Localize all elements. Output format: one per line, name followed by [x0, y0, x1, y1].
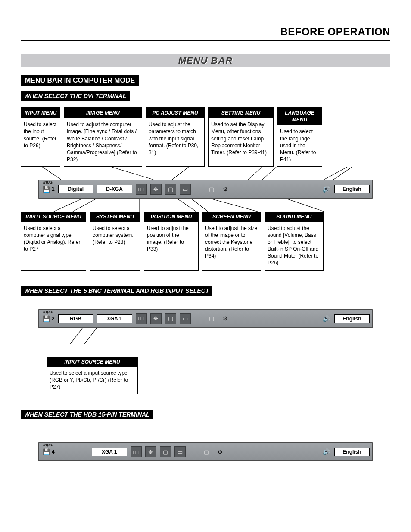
- callout-system-menu: SYSTEM MENU Used to select a computer sy…: [90, 212, 140, 270]
- connector-lines-top: [21, 167, 390, 180]
- callout-language-menu: LANGUAGE MENU Used to select the languag…: [277, 107, 322, 167]
- pc-adjust-icon[interactable]: ▢: [165, 313, 176, 324]
- subsection-bnc: WHEN SELECT THE 5 BNC TERMINAL AND RGB I…: [21, 286, 212, 296]
- callout-title: INPUT SOURCE MENU: [21, 212, 86, 222]
- callout-input-source-menu: INPUT SOURCE MENU Used to select a compu…: [21, 212, 86, 270]
- image-adjust-icon[interactable]: ⎍⎍: [136, 184, 147, 195]
- callout-title: SCREEN MENU: [202, 212, 261, 222]
- main-title-strip: MENU BAR: [21, 54, 390, 67]
- image-adjust-icon[interactable]: ⎍⎍: [136, 313, 147, 324]
- svg-line-10: [177, 199, 196, 212]
- menu-bar-dvi: Input 💾 1 Digital D-XGA ⎍⎍ ✥ ▢ ▭ ▢ ⚙ 🔊 E…: [38, 180, 373, 199]
- top-callouts-row: INPUT MENU Used to select the Input sour…: [21, 107, 390, 167]
- svg-line-8: [73, 199, 97, 212]
- callout-title: IMAGE MENU: [64, 107, 142, 118]
- callout-title: PC ADJUST MENU: [146, 107, 204, 118]
- system-button[interactable]: XGA 1: [97, 314, 132, 323]
- callout-input-source-menu-bnc: INPUT SOURCE MENU Used to select a input…: [47, 357, 138, 395]
- position-icon[interactable]: ✥: [145, 446, 156, 457]
- svg-line-3: [248, 167, 262, 180]
- sound-icon[interactable]: 🔊: [321, 184, 331, 194]
- callout-title: SYSTEM MENU: [90, 212, 140, 222]
- callout-body: Used to select the Input source. (Refer …: [21, 118, 60, 166]
- manual-page: BEFORE OPERATION MENU BAR MENU BAR IN CO…: [0, 0, 411, 487]
- language-button[interactable]: English: [334, 448, 370, 456]
- callout-body: Used to adjust the sound [Volume, Bass o…: [265, 222, 323, 270]
- screen-icon[interactable]: ▭: [174, 446, 186, 457]
- callout-screen-menu: SCREEN MENU Used to adjust the size of t…: [202, 212, 261, 270]
- svg-line-6: [333, 167, 352, 180]
- connector-lines-bottom: [21, 199, 390, 212]
- setting-page-icon[interactable]: ▢: [206, 184, 217, 194]
- callout-body: Used to select a computer system. (Refer…: [90, 222, 140, 270]
- callout-image-menu: IMAGE MENU Used to adjust the computer i…: [64, 107, 142, 167]
- setting-gear-icon[interactable]: ⚙: [215, 447, 225, 457]
- menubar-input-label: Input: [43, 309, 53, 314]
- callout-sound-menu: SOUND MENU Used to adjust the sound [Vol…: [265, 212, 324, 270]
- svg-line-0: [42, 167, 61, 180]
- callout-body: Used to adjust the parameters to match w…: [146, 118, 204, 166]
- pc-adjust-icon[interactable]: ▢: [160, 446, 171, 457]
- callout-input-menu: INPUT MENU Used to select the Input sour…: [21, 107, 60, 167]
- computer-icon: 💾: [41, 184, 51, 194]
- callout-title: INPUT SOURCE MENU: [47, 357, 137, 367]
- setting-gear-icon[interactable]: ⚙: [220, 184, 230, 194]
- setting-gear-icon[interactable]: ⚙: [220, 314, 230, 324]
- menu-bar-bnc: Input 💾 2 RGB XGA 1 ⎍⎍ ✥ ▢ ▭ ▢ ⚙ 🔊 Engli…: [38, 309, 373, 328]
- callout-title: POSITION MENU: [144, 212, 198, 222]
- sound-icon[interactable]: 🔊: [321, 447, 331, 457]
- image-adjust-icon[interactable]: ⎍⎍: [131, 446, 142, 457]
- callout-title: LANGUAGE MENU: [277, 107, 322, 125]
- callout-body: Used to select a computer signal type (D…: [21, 222, 86, 270]
- menubar-input-number: 4: [52, 449, 55, 455]
- screen-icon[interactable]: ▭: [180, 184, 191, 195]
- callout-body: Used to adjust the size of the image or …: [202, 222, 261, 270]
- menubar-input-icon-group: 💾 4: [41, 447, 55, 457]
- callout-body: Used to set the Display Menu, other func…: [209, 118, 273, 166]
- language-button[interactable]: English: [334, 314, 370, 323]
- computer-icon: 💾: [41, 314, 51, 324]
- callout-position-menu: POSITION MENU Used to adjust the positio…: [144, 212, 199, 270]
- subsection-hdb: WHEN SELECT THE HDB 15-PIN TERMINAL: [21, 410, 153, 419]
- callout-title: SETTING MENU: [209, 107, 273, 118]
- callout-body: Used to adjust the computer image. [Fine…: [64, 118, 142, 166]
- menubar-input-icon-group: 💾 2: [41, 314, 55, 324]
- system-button[interactable]: D-XGA: [97, 185, 132, 193]
- section-title: MENU BAR IN COMPUTER MODE: [21, 75, 139, 86]
- menubar-input-number: 2: [52, 316, 55, 322]
- callout-title: INPUT MENU: [21, 107, 60, 118]
- pc-adjust-icon[interactable]: ▢: [165, 184, 176, 195]
- svg-line-1: [111, 167, 153, 180]
- callout-pc-adjust-menu: PC ADJUST MENU Used to adjust the parame…: [146, 107, 205, 167]
- svg-line-15: [82, 328, 97, 344]
- callout-setting-menu: SETTING MENU Used to set the Display Men…: [208, 107, 274, 167]
- system-button[interactable]: XGA 1: [92, 448, 127, 456]
- svg-line-2: [172, 167, 189, 180]
- svg-line-11: [191, 199, 208, 212]
- connector-lines-bnc: [21, 328, 390, 344]
- page-header: BEFORE OPERATION: [21, 26, 390, 38]
- svg-line-14: [68, 328, 82, 344]
- screen-icon[interactable]: ▭: [180, 313, 191, 324]
- setting-page-icon[interactable]: ▢: [201, 447, 212, 457]
- svg-line-12: [210, 199, 258, 212]
- svg-line-4: [262, 167, 277, 180]
- position-icon[interactable]: ✥: [150, 184, 162, 195]
- input-source-button[interactable]: RGB: [58, 314, 93, 323]
- position-icon[interactable]: ✥: [150, 313, 162, 324]
- sound-icon[interactable]: 🔊: [321, 314, 331, 324]
- setting-page-icon[interactable]: ▢: [206, 314, 217, 324]
- menu-bar-hdb: Input 💾 4 XGA 1 ⎍⎍ ✥ ▢ ▭ ▢ ⚙ 🔊 English: [38, 442, 373, 461]
- language-button[interactable]: English: [334, 185, 370, 193]
- callout-body: Used to adjust the position of the image…: [144, 222, 198, 270]
- svg-line-7: [54, 199, 82, 212]
- input-source-button[interactable]: Digital: [58, 185, 93, 193]
- menubar-input-icon-group: 💾 1: [41, 184, 55, 194]
- svg-line-5: [324, 167, 348, 180]
- header-rule: [21, 40, 390, 42]
- svg-line-13: [286, 199, 324, 212]
- callout-title: SOUND MENU: [265, 212, 323, 222]
- bnc-single-callout-wrapper: INPUT SOURCE MENU Used to select a input…: [47, 357, 137, 395]
- callout-body: Used to select the language used in the …: [277, 125, 322, 166]
- menubar-input-number: 1: [52, 186, 55, 192]
